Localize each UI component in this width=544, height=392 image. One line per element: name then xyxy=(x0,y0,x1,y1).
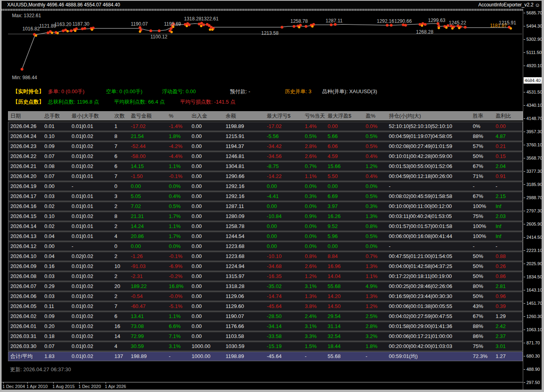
table-cell: 1.3% xyxy=(364,262,387,271)
table-cell: 1.3% xyxy=(364,212,387,221)
price-tick-label: 1643.10 xyxy=(526,288,542,292)
table-cell: 1.7% xyxy=(167,232,190,241)
trade-dot xyxy=(198,23,201,26)
table-cell: 0.02 xyxy=(42,202,70,211)
table-cell: 75% xyxy=(471,212,494,221)
table-cell: 7.02 xyxy=(129,202,167,211)
table-cell: 6 xyxy=(110,152,129,161)
trade-dot xyxy=(91,28,93,31)
table-cell: 2026.04.16 xyxy=(8,202,42,211)
table-row: 2026.04.160.020.01|0.0127.020.5%0.001287… xyxy=(8,202,523,211)
header-cell: 最小|大手数 xyxy=(70,112,110,120)
table-cell: 2026.04.24 xyxy=(8,132,42,141)
trade-dot xyxy=(202,24,205,26)
price-tick-label: 3185.90 xyxy=(526,182,542,187)
table-cell: 57% xyxy=(471,142,494,151)
table-cell: 0.3% xyxy=(303,192,326,201)
table-cell: 16.26 xyxy=(326,212,364,221)
price-annotation: 1322.61 xyxy=(201,16,218,22)
price-scale[interactable]: 4684.40 5685.705494.305302.905111.504920… xyxy=(523,9,542,390)
table-cell: -8.75 xyxy=(265,162,303,171)
table-cell: 1198.89 xyxy=(224,122,265,131)
table-cell: 50% xyxy=(471,272,494,281)
table-cell: 73.08 xyxy=(129,322,167,331)
table-cell: 14.24 xyxy=(129,222,167,231)
table-cell: 00:00:25|00:28:46|02:26:06 xyxy=(387,282,471,291)
table-cell: Inf xyxy=(494,232,522,241)
table-cell: 0.10 xyxy=(42,212,70,221)
table-cell: 2.03 xyxy=(494,212,522,221)
header-cell: % xyxy=(167,112,190,120)
table-cell: 7 xyxy=(110,142,129,151)
table-cell: 0.01|0.02 xyxy=(70,342,110,351)
chart-area[interactable]: Max: 1322.61 Min: 986.44 1016.821121.891… xyxy=(2,9,523,382)
table-cell: 0.18 xyxy=(42,332,70,341)
table-cell: 0.08 xyxy=(42,162,70,171)
table-cell: 0.0% xyxy=(303,182,326,191)
table-cell: 1.1% xyxy=(167,312,190,321)
smiley-icon[interactable]: ☺ xyxy=(535,2,540,8)
table-cell: 0.4% xyxy=(167,192,190,201)
table-cell: 13.41 xyxy=(129,312,167,321)
table-cell: 0.4% xyxy=(364,172,387,181)
trade-dot xyxy=(209,28,211,31)
table-cell: 0.01|0.02 xyxy=(70,292,110,301)
table-cell: 10 xyxy=(110,262,129,271)
table-cell: 20.86 xyxy=(129,232,167,241)
price-annotation: 1287.11 xyxy=(326,18,343,24)
table-cell: -34.42 xyxy=(265,142,303,151)
table-cell: 0.00 xyxy=(326,182,364,191)
trade-dot xyxy=(74,30,76,32)
table-cell: 80% xyxy=(471,282,494,291)
table-cell: 9.52 xyxy=(326,222,364,231)
table-cell: 50% xyxy=(471,152,494,161)
table-row: 2026.04.170.030.01|0.0135.050.4%0.001292… xyxy=(8,192,523,201)
table-row: 2026.04.260.010.01|0.011-17.02-1.4%0.001… xyxy=(8,122,523,131)
total-row: 合计/平均1.830.01|0.02137198.89-1000.001198.… xyxy=(8,352,523,361)
info-item: 多单: 0 (0.00手) xyxy=(48,88,84,95)
table-cell: 3.8% xyxy=(303,302,326,311)
time-axis[interactable]: 1 Dec 20041 Apr 20101 Aug 20151 Dec 2020… xyxy=(2,382,523,390)
table-cell: 2026.04.22 xyxy=(8,152,42,161)
titlebar[interactable]: XAUUSD,Monthly 4696.46 4888.86 4554.07 4… xyxy=(2,1,542,9)
table-cell: 1318.28 xyxy=(224,282,265,291)
table-cell: 0.01|0.01 xyxy=(70,192,110,201)
table-cell: 3.1% xyxy=(303,282,326,291)
table-row: 2026.04.050.110.01|0.027-60.47-5.1%0.001… xyxy=(8,302,523,311)
table-cell: - xyxy=(364,352,387,361)
price-tick-label: 680.30 xyxy=(526,354,540,358)
table-cell: 88% xyxy=(471,132,494,141)
table-cell: - xyxy=(471,242,494,251)
table-cell: 2 xyxy=(110,202,129,211)
table-cell: 0.39 xyxy=(494,302,522,311)
table-cell: 3.1% xyxy=(167,342,190,351)
table-cell: 0.01 xyxy=(42,122,70,131)
header-cell: 日期 xyxy=(8,112,42,120)
header-cell: 最大浮盈$ xyxy=(326,112,364,120)
table-cell: 0.01|0.02 xyxy=(70,262,110,271)
header-cell: 最大浮亏$ xyxy=(265,112,303,120)
table-cell: 0.00 xyxy=(265,242,303,251)
table-cell: 14.20 xyxy=(326,292,364,301)
price-annotation: 1299.63 xyxy=(428,18,445,23)
table-cell: 00:04:02|00:27:59|00:47:55 xyxy=(387,312,471,321)
trade-dot xyxy=(330,24,333,26)
table-cell: 14.50 xyxy=(326,302,364,311)
table-cell: -0.2% xyxy=(167,272,190,281)
info-item: 历史并单: 3 xyxy=(285,88,311,95)
table-row: 2026.04.120.00-00.000.0%0.001223.680.000… xyxy=(8,242,523,251)
table-cell: 0.20 xyxy=(42,322,70,331)
table-cell: 0.02 xyxy=(42,222,70,231)
table-cell: 1.1% xyxy=(303,172,326,181)
trade-dot xyxy=(458,27,460,29)
table-row: 2026.04.080.030.01|0.022-2.31-0.2%0.0013… xyxy=(8,272,523,281)
header-cell: 余额 xyxy=(224,112,265,120)
table-cell: 1.3% xyxy=(364,292,387,301)
table-cell: 2026.04.19 xyxy=(8,182,42,191)
table-cell: 2026.04.13 xyxy=(8,232,42,241)
table-cell: 00:17:22|00:18:11|00:19:00 xyxy=(387,272,471,281)
trade-dot xyxy=(305,25,308,28)
table-cell: 0.00 xyxy=(190,262,224,271)
time-tick-label: 1 Dec 2020 xyxy=(78,384,101,389)
trade-dot xyxy=(81,28,84,30)
